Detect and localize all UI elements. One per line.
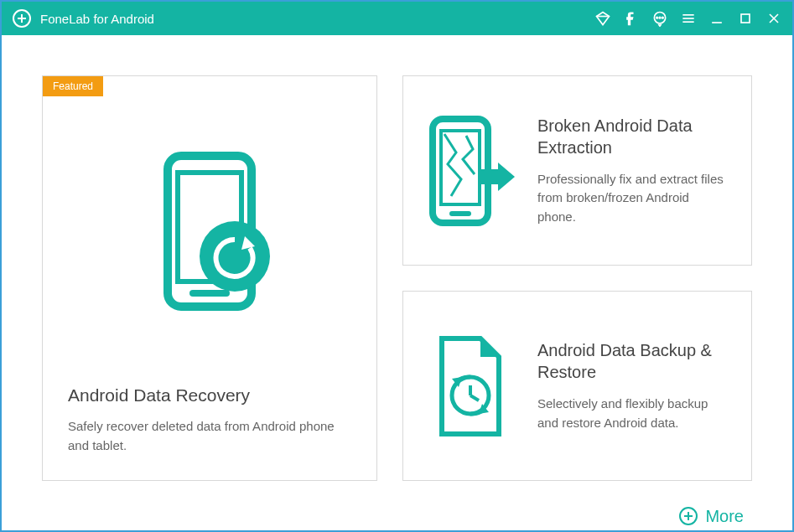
svg-rect-17 xyxy=(189,290,230,297)
featured-badge: Featured xyxy=(43,76,103,96)
svg-point-7 xyxy=(662,17,664,18)
main-content: Featured Android Data Recovery Safely re… xyxy=(2,35,792,530)
card-android-data-recovery[interactable]: Featured Android Data Recovery Safely re… xyxy=(42,75,377,481)
svg-line-29 xyxy=(470,395,479,400)
svg-rect-23 xyxy=(480,169,498,184)
close-icon[interactable] xyxy=(765,10,782,27)
card-broken-data-extraction[interactable]: Broken Android Data Extraction Professio… xyxy=(402,75,752,266)
app-title: FoneLab for Android xyxy=(40,12,594,26)
cards-row: Featured Android Data Recovery Safely re… xyxy=(42,75,752,481)
facebook-icon[interactable] xyxy=(623,10,640,27)
right-column: Broken Android Data Extraction Professio… xyxy=(402,75,752,481)
backup-title: Android Data Backup & Restore xyxy=(537,339,730,383)
svg-rect-22 xyxy=(449,211,471,216)
svg-marker-24 xyxy=(498,163,515,191)
backup-file-icon xyxy=(424,332,516,441)
recovery-title: Android Data Recovery xyxy=(68,385,351,405)
diamond-icon[interactable] xyxy=(594,10,611,27)
svg-point-5 xyxy=(656,17,658,18)
svg-rect-21 xyxy=(441,131,480,204)
minimize-icon[interactable] xyxy=(708,10,725,27)
plus-circle-icon xyxy=(678,506,698,526)
broken-phone-icon xyxy=(424,112,516,230)
extraction-title: Broken Android Data Extraction xyxy=(537,115,730,158)
extraction-desc: Professionally fix and extract files fro… xyxy=(537,170,730,227)
more-button[interactable]: More xyxy=(42,506,752,526)
svg-point-6 xyxy=(659,17,661,18)
backup-desc: Selectively and flexibly backup and rest… xyxy=(537,395,730,432)
app-logo-icon xyxy=(12,8,32,28)
menu-icon[interactable] xyxy=(680,10,697,27)
card-backup-restore[interactable]: Android Data Backup & Restore Selectivel… xyxy=(402,291,752,481)
maximize-icon[interactable] xyxy=(737,10,754,27)
recovery-phone-icon xyxy=(68,76,351,385)
recovery-desc: Safely recover deleted data from Android… xyxy=(68,417,351,455)
feedback-icon[interactable] xyxy=(651,10,668,27)
titlebar: FoneLab for Android xyxy=(2,2,792,35)
svg-point-18 xyxy=(200,221,270,292)
titlebar-actions xyxy=(594,10,782,27)
more-label: More xyxy=(705,507,744,526)
svg-rect-12 xyxy=(741,14,750,23)
